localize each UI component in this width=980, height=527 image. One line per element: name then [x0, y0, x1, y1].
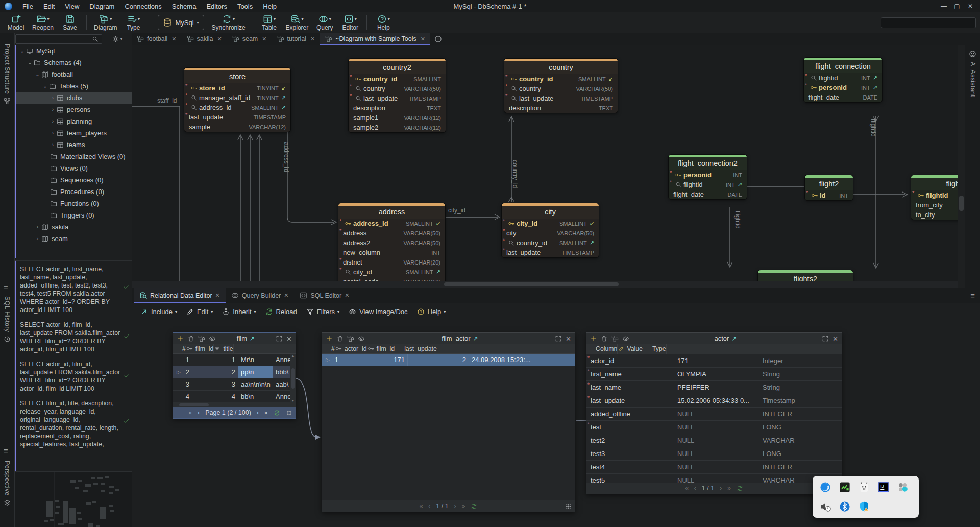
tree-item[interactable]: ⌄ › Tables (5): [16, 80, 132, 92]
eye-icon[interactable]: [358, 335, 365, 342]
connection-selector[interactable]: MySql ▾: [158, 15, 204, 30]
actor-field-row[interactable]: *last_name PFEIFFER String: [586, 381, 842, 394]
fk-outgoing-icon[interactable]: ↗: [873, 75, 877, 81]
diagram-canvas[interactable]: store * store_id TINYINT ↗: [132, 45, 958, 288]
table-column[interactable]: * sample VARCHAR(12) ↗ ↙: [184, 122, 290, 132]
table-column[interactable]: * sample1 VARCHAR(12) ↗ ↙: [349, 113, 446, 123]
data-editor-toolbar-button[interactable]: Edit ▾: [182, 308, 217, 316]
table-column[interactable]: * city VARCHAR(50) ↗ ↙: [502, 228, 599, 238]
film-vscrollbar[interactable]: ▲▼: [290, 354, 296, 402]
perspective-rail-tab[interactable]: Perspective: [0, 461, 14, 507]
chevron-collapsed-icon[interactable]: ›: [34, 236, 41, 242]
fk-outgoing-icon[interactable]: ↗: [590, 240, 594, 246]
chevron-collapsed-icon[interactable]: ›: [50, 107, 56, 112]
menu-item[interactable]: Tools: [232, 3, 258, 10]
menu-item[interactable]: File: [17, 3, 38, 10]
table-column[interactable]: * new_column INT ↗ ↙: [338, 248, 445, 257]
delete-row-icon[interactable]: [187, 335, 194, 342]
refresh-icon[interactable]: [471, 503, 477, 510]
toolbar-button[interactable]: ▾ Type: [120, 12, 146, 33]
editor-tab[interactable]: SQL Editor ✕: [294, 288, 355, 303]
actor-field-row[interactable]: *test2 NULL VARCHAR: [586, 434, 842, 447]
table-column[interactable]: * description TEXT ↗ ↙: [349, 103, 446, 113]
toolbar-button[interactable]: ▾ Save: [57, 12, 83, 33]
tree-item[interactable]: ⌄ › persons: [16, 104, 132, 115]
fk-outgoing-icon[interactable]: ↗: [281, 105, 286, 110]
expand-icon[interactable]: [276, 335, 283, 342]
film-row[interactable]: ▷1 1 Mr\n Anne: [173, 354, 296, 366]
column-header[interactable]: Column: [586, 344, 618, 354]
add-row-icon[interactable]: [326, 335, 333, 342]
close-icon[interactable]: ✕: [832, 335, 838, 342]
table-column[interactable]: * manager_staff_id TINYINT ↗ ↙: [184, 93, 290, 103]
table-column[interactable]: * country VARCHAR(50) ↗ ↙: [504, 84, 618, 93]
chevron-collapsed-icon[interactable]: ›: [34, 224, 41, 230]
fk-incoming-icon[interactable]: ↙: [608, 76, 613, 82]
fk-outgoing-icon[interactable]: ↗: [436, 269, 440, 275]
chevron-collapsed-icon[interactable]: ›: [50, 95, 56, 101]
actor-field-row[interactable]: *test5 NULL VARCHAR: [586, 474, 842, 483]
editor-tab[interactable]: Relational Data Editor ✕: [134, 288, 226, 303]
data-editor-toolbar-button[interactable]: Help ▾: [412, 308, 451, 316]
tree-item[interactable]: ⌄ › planning: [16, 115, 132, 127]
film-hscrollbar[interactable]: [173, 402, 296, 407]
table-column[interactable]: * to_city ↗ ↙: [911, 210, 958, 220]
prev-page-icon[interactable]: ‹: [694, 485, 696, 492]
tree-item[interactable]: ⌄ › Materialized Views (0): [16, 151, 132, 162]
diagram-hscrollbar[interactable]: [132, 281, 958, 288]
diagram-minimap[interactable]: [14, 471, 132, 527]
toolbar-button[interactable]: ▾: [366, 15, 367, 30]
table-column[interactable]: * last_update TIMESTAMP ↗ ↙: [349, 93, 446, 103]
fk-outgoing-icon[interactable]: ↗: [873, 85, 877, 90]
fk-incoming-icon[interactable]: ↙: [281, 85, 286, 91]
menu-item[interactable]: Edit: [38, 3, 60, 10]
data-editor-toolbar-button[interactable]: Filters ▾: [302, 308, 344, 316]
fk-outgoing-icon[interactable]: ↗: [281, 95, 286, 101]
menu-item[interactable]: Schema: [167, 3, 202, 10]
toolbar-button[interactable]: ▾ Model: [3, 12, 29, 33]
actor-data-window[interactable]: actor↗ ✕ Column Value: [586, 332, 842, 494]
table-column[interactable]: * flight_date DATE ↗ ↙: [804, 92, 882, 102]
tray-icon[interactable]: [839, 482, 850, 493]
prev-page-icon[interactable]: ‹: [428, 502, 430, 510]
add-row-icon[interactable]: [590, 335, 597, 342]
diagram-table[interactable]: store * store_id TINYINT ↗: [184, 68, 290, 132]
add-row-icon[interactable]: [177, 335, 184, 342]
table-column[interactable]: * personid INT ↗ ↙: [804, 83, 882, 92]
table-column[interactable]: * district VARCHAR(20) ↗ ↙: [338, 257, 445, 267]
tree-item[interactable]: ⌄ › Schemas (4): [16, 57, 132, 68]
diagram-table[interactable]: flights * flightid ↗: [911, 175, 958, 220]
diagram-table[interactable]: flight_connection * flightid INT ↗: [804, 58, 882, 102]
last-page-icon[interactable]: »: [727, 485, 731, 492]
actor-field-row[interactable]: *actor_id 171 Integer: [586, 354, 842, 368]
chevron-collapsed-icon[interactable]: ›: [50, 142, 56, 148]
diagram-table[interactable]: country2 * country_id SMALLINT ↗: [349, 59, 446, 132]
diagram-tab[interactable]: sakila ✕: [182, 33, 227, 45]
table-column[interactable]: * flightid INT ↗ ↙: [669, 180, 747, 189]
diagram-tab[interactable]: football ✕: [132, 33, 182, 45]
column-header[interactable]: [437, 344, 447, 353]
table-column[interactable]: * country VARCHAR(50) ↗ ↙: [349, 84, 446, 93]
table-column[interactable]: * flightid INT ↗ ↙: [804, 73, 882, 83]
column-header[interactable]: #: [173, 344, 186, 353]
toolbar-button[interactable]: ▾ Editor: [337, 12, 363, 33]
close-icon[interactable]: ✕: [286, 335, 292, 342]
data-editor-toolbar-button[interactable]: View Image/Doc ▾: [344, 308, 412, 316]
ai-assistant-icon[interactable]: [969, 50, 976, 58]
table-column[interactable]: * city_id SMALLINT ↗ ↙: [502, 219, 599, 228]
tree-item[interactable]: ⌄ › clubs: [16, 92, 132, 104]
diagram-tab[interactable]: seam ✕: [227, 33, 272, 45]
menu-icon[interactable]: ≡: [4, 447, 8, 454]
column-header[interactable]: actor_id: [335, 344, 368, 353]
tray-icon[interactable]: [897, 482, 909, 493]
diagram-table[interactable]: address * address_id SMALLINT ↗: [338, 203, 445, 286]
tree-item[interactable]: ⌄ › Functions (0): [16, 198, 132, 209]
table-column[interactable]: * flightid ↗ ↙: [911, 190, 958, 200]
last-page-icon[interactable]: »: [462, 502, 465, 510]
ai-assistant-label[interactable]: AI Assistant: [969, 62, 976, 97]
chevron-expanded-icon[interactable]: ⌄: [27, 60, 33, 65]
table-column[interactable]: * address2 VARCHAR(50) ↗ ↙: [338, 238, 445, 248]
menu-item[interactable]: Help: [258, 3, 282, 10]
tray-icon[interactable]: IJ: [878, 482, 889, 493]
film-row[interactable]: ▷4 4 bb\n Anne: [173, 391, 296, 403]
